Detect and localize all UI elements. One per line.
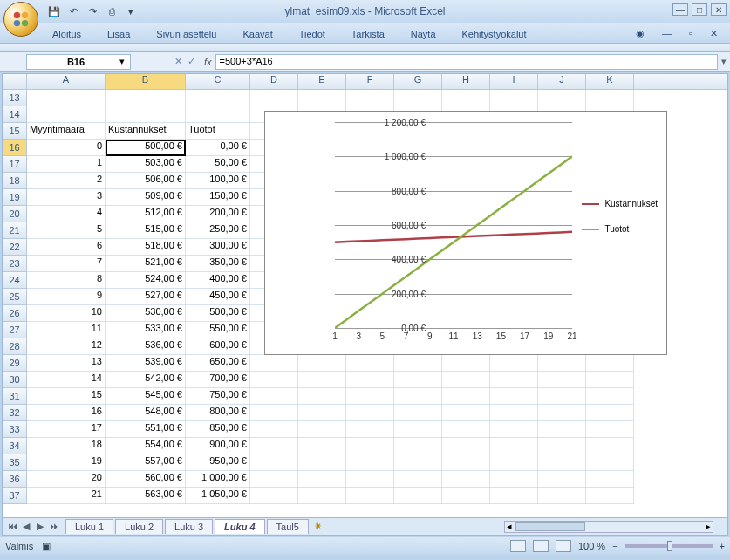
ribbon-tab[interactable]: Tiedot	[294, 25, 331, 43]
cell[interactable]	[250, 388, 298, 405]
cell[interactable]	[298, 438, 346, 454]
ribbon-tab[interactable]: Tarkista	[346, 25, 390, 43]
cell[interactable]	[394, 438, 442, 454]
sheet-tab[interactable]: Luku 4	[215, 519, 264, 534]
ribbon-tab[interactable]: Kehitystyökalut	[457, 25, 532, 43]
cell[interactable]: 548,00 €	[106, 405, 186, 421]
cell[interactable]: 400,00 €	[186, 272, 250, 289]
row-header[interactable]: 13	[3, 90, 27, 106]
cell[interactable]	[298, 372, 346, 388]
column-header[interactable]: H	[442, 74, 490, 89]
page-break-view-button[interactable]	[556, 540, 571, 552]
ribbon-tab[interactable]: Näytä	[406, 25, 441, 43]
cell[interactable]	[298, 471, 346, 488]
row-header[interactable]: 17	[3, 156, 27, 173]
cell[interactable]	[298, 488, 346, 504]
row-header[interactable]: 37	[3, 488, 27, 504]
cell[interactable]	[394, 471, 442, 488]
cell[interactable]: 850,00 €	[186, 421, 250, 438]
cell[interactable]	[490, 372, 538, 388]
cell[interactable]: 536,00 €	[106, 338, 186, 355]
cell[interactable]	[106, 106, 186, 123]
cell[interactable]: 4	[27, 206, 106, 222]
cell[interactable]: 17	[27, 421, 106, 438]
cell[interactable]	[490, 471, 538, 488]
cell[interactable]: Myyntimäärä	[27, 123, 106, 140]
column-header[interactable]: B	[106, 74, 186, 89]
cell[interactable]: 650,00 €	[186, 355, 250, 372]
cell[interactable]: 300,00 €	[186, 239, 250, 256]
cell[interactable]	[186, 106, 250, 123]
cell[interactable]: 8	[27, 272, 106, 289]
row-header[interactable]: 16	[3, 140, 27, 156]
cell[interactable]: 100,00 €	[186, 173, 250, 189]
tab-last-icon[interactable]: ⏭	[48, 521, 60, 532]
row-header[interactable]: 28	[3, 338, 27, 355]
cell[interactable]	[490, 421, 538, 438]
new-sheet-icon[interactable]: ✷	[314, 521, 322, 532]
cell[interactable]	[538, 454, 586, 471]
ribbon-restore-icon[interactable]: ▫	[684, 24, 698, 43]
cell[interactable]	[394, 372, 442, 388]
cell[interactable]	[442, 388, 490, 405]
zoom-level[interactable]: 100 %	[578, 541, 605, 551]
row-header[interactable]: 35	[3, 454, 27, 471]
cell[interactable]	[586, 372, 634, 388]
cell[interactable]: 506,00 €	[106, 173, 186, 189]
cell[interactable]	[442, 471, 490, 488]
cell[interactable]	[394, 90, 442, 106]
column-header[interactable]: F	[346, 74, 394, 89]
ribbon-minimize-icon[interactable]: —	[657, 24, 677, 43]
cell[interactable]	[442, 90, 490, 106]
cell[interactable]	[538, 438, 586, 454]
chevron-down-icon[interactable]: ▾	[119, 56, 125, 67]
tab-next-icon[interactable]: ▶	[34, 521, 46, 532]
redo-icon[interactable]: ↷	[85, 4, 99, 18]
column-header[interactable]: E	[298, 74, 346, 89]
column-header[interactable]: C	[186, 74, 250, 89]
ribbon-tab[interactable]: Kaavat	[237, 25, 277, 43]
cell[interactable]	[298, 355, 346, 372]
cell[interactable]: 15	[27, 388, 106, 405]
cell[interactable]	[298, 388, 346, 405]
row-header[interactable]: 23	[3, 256, 27, 272]
formula-input[interactable]: =500+3*A16	[215, 54, 718, 70]
cell[interactable]	[250, 421, 298, 438]
cell[interactable]	[394, 388, 442, 405]
cell[interactable]	[298, 90, 346, 106]
cell[interactable]: 554,00 €	[106, 438, 186, 454]
ribbon-tab[interactable]: Aloitus	[47, 25, 86, 43]
zoom-slider[interactable]	[625, 544, 713, 548]
cell[interactable]	[346, 438, 394, 454]
cell[interactable]	[27, 106, 106, 123]
cell[interactable]: 750,00 €	[186, 388, 250, 405]
cell[interactable]: 900,00 €	[186, 438, 250, 454]
cell[interactable]: 560,00 €	[106, 471, 186, 488]
cell[interactable]	[250, 488, 298, 504]
column-header[interactable]: I	[490, 74, 538, 89]
qat-dropdown-icon[interactable]: ▾	[124, 4, 138, 18]
row-header[interactable]: 33	[3, 421, 27, 438]
cell[interactable]: 9	[27, 289, 106, 305]
cell[interactable]: 550,00 €	[186, 322, 250, 338]
select-all-button[interactable]	[3, 74, 27, 89]
row-header[interactable]: 14	[3, 106, 27, 123]
cell[interactable]: 6	[27, 239, 106, 256]
cell[interactable]	[394, 405, 442, 421]
cell[interactable]: 600,00 €	[186, 338, 250, 355]
cell[interactable]: 500,00 €	[186, 305, 250, 322]
column-header[interactable]: A	[27, 74, 106, 89]
maximize-button[interactable]: □	[692, 3, 707, 16]
cell[interactable]	[442, 355, 490, 372]
row-header[interactable]: 25	[3, 289, 27, 305]
close-button[interactable]: ✕	[711, 3, 727, 16]
cell[interactable]: 11	[27, 322, 106, 338]
cell[interactable]: 7	[27, 256, 106, 272]
row-header[interactable]: 27	[3, 322, 27, 338]
save-icon[interactable]: 💾	[47, 4, 61, 18]
scroll-left-icon[interactable]: ◂	[507, 521, 512, 532]
cell[interactable]	[346, 355, 394, 372]
cell[interactable]: 0,00 €	[186, 140, 250, 156]
normal-view-button[interactable]	[510, 540, 526, 552]
row-header[interactable]: 30	[3, 372, 27, 388]
